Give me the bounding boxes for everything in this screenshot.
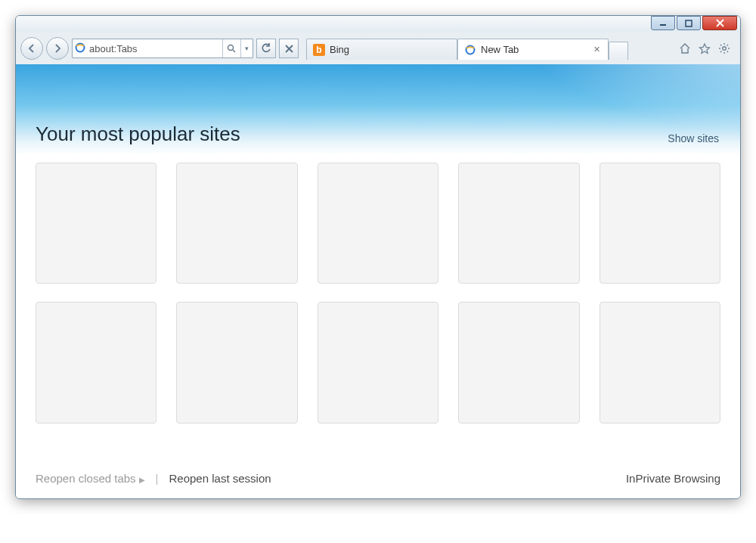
tab-label: New Tab: [481, 44, 519, 55]
site-tile[interactable]: [36, 302, 156, 423]
svg-line-6: [233, 50, 235, 52]
footer-links: Reopen closed tabs▶ | Reopen last sessio…: [36, 472, 720, 485]
search-icon[interactable]: [222, 39, 240, 57]
reopen-closed-tabs-link[interactable]: Reopen closed tabs▶: [36, 472, 145, 485]
page-heading: Your most popular sites: [36, 123, 240, 146]
hero-banner: Your most popular sites Show sites: [16, 64, 740, 155]
address-dropdown-icon[interactable]: ▾: [240, 39, 253, 57]
toolbar-right: [677, 40, 736, 57]
svg-line-17: [720, 51, 721, 52]
site-tile[interactable]: [458, 163, 579, 284]
svg-point-5: [228, 45, 234, 50]
forward-button[interactable]: [46, 37, 69, 60]
svg-line-15: [720, 45, 721, 45]
separator: |: [156, 472, 159, 485]
home-button[interactable]: [677, 40, 693, 57]
settings-button[interactable]: [716, 40, 733, 57]
svg-point-10: [723, 47, 727, 51]
site-tile[interactable]: [176, 163, 297, 284]
svg-line-16: [727, 51, 728, 52]
site-tile[interactable]: [318, 163, 438, 284]
tab-label: Bing: [330, 44, 349, 55]
ie-favicon-icon: [464, 44, 476, 56]
browser-window: ▾ bBingNew Tab✕ Your most popular sites …: [15, 15, 741, 499]
chevron-right-icon: ▶: [139, 476, 145, 484]
reopen-last-session-link[interactable]: Reopen last session: [169, 472, 271, 485]
window-controls: [651, 16, 737, 30]
tab-new-tab[interactable]: New Tab✕: [457, 39, 609, 60]
minimize-button[interactable]: [651, 16, 675, 30]
site-tile[interactable]: [600, 163, 720, 284]
navigation-bar: ▾ bBingNew Tab✕: [16, 33, 740, 64]
tab-strip: bBingNew Tab✕: [306, 37, 674, 60]
title-bar: [16, 16, 740, 33]
close-button[interactable]: [702, 16, 737, 30]
svg-line-18: [727, 45, 728, 45]
site-tile[interactable]: [36, 163, 156, 284]
address-bar[interactable]: ▾: [72, 39, 253, 58]
show-sites-link[interactable]: Show sites: [668, 132, 719, 144]
stop-button[interactable]: [279, 39, 299, 58]
maximize-button[interactable]: [677, 16, 701, 30]
site-tile[interactable]: [600, 302, 720, 423]
site-tile[interactable]: [458, 302, 579, 423]
tab-bing[interactable]: bBing: [306, 39, 457, 60]
refresh-button[interactable]: [256, 39, 276, 58]
new-tab-button[interactable]: [609, 42, 628, 60]
back-button[interactable]: [20, 37, 43, 60]
address-input[interactable]: [88, 40, 222, 57]
site-tile-grid: [16, 155, 740, 424]
tab-close-icon[interactable]: ✕: [591, 45, 602, 55]
favorites-button[interactable]: [696, 40, 713, 57]
page-content: Your most popular sites Show sites Reope…: [16, 64, 740, 498]
inprivate-browsing-link[interactable]: InPrivate Browsing: [626, 472, 720, 485]
site-tile[interactable]: [176, 302, 297, 423]
svg-rect-1: [686, 20, 692, 26]
site-tile[interactable]: [318, 302, 438, 423]
bing-favicon-icon: b: [313, 44, 325, 56]
ie-favicon-icon: [73, 42, 88, 55]
